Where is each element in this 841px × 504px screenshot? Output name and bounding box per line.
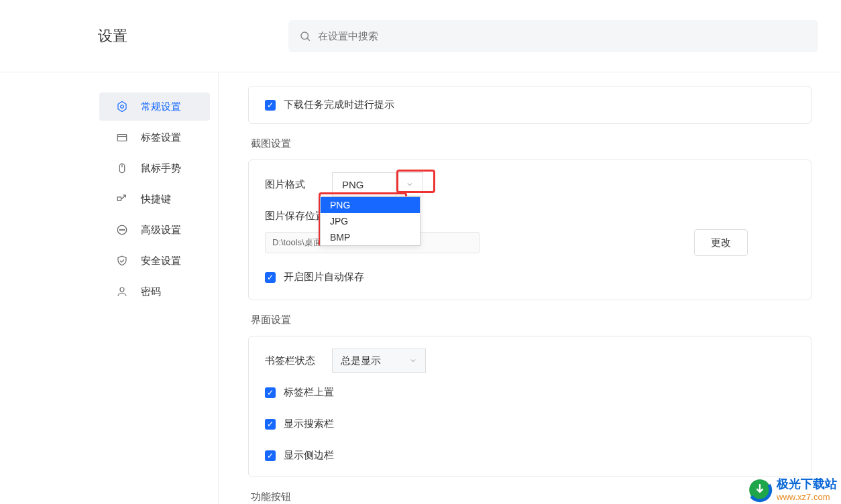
- format-dropdown-toggle[interactable]: [396, 172, 423, 196]
- format-option-bmp[interactable]: BMP: [321, 229, 420, 245]
- mouse-icon: [115, 162, 129, 175]
- check-icon: ✓: [267, 420, 274, 428]
- sidebar-item-label: 鼠标手势: [141, 162, 181, 175]
- bookmark-state-label: 书签栏状态: [265, 355, 332, 367]
- svg-point-13: [120, 288, 124, 292]
- header: 设置: [0, 0, 841, 72]
- svg-rect-4: [117, 135, 127, 141]
- watermark: 极光下载站 www.xz7.com: [747, 477, 837, 503]
- chevron-down-icon: [406, 180, 414, 188]
- svg-point-10: [119, 229, 121, 231]
- user-icon: [115, 285, 129, 298]
- checkbox-show-sidebar[interactable]: ✓: [265, 450, 276, 461]
- change-path-button[interactable]: 更改: [694, 229, 748, 256]
- auto-save-label: 开启图片自动保存: [284, 271, 364, 284]
- tab-icon: [115, 131, 129, 144]
- dots-icon: [115, 223, 129, 237]
- gear-icon: [115, 100, 129, 113]
- shortcut-icon: [115, 192, 129, 206]
- sidebar: 常规设置 标签设置 鼠标手势 快捷键 高级设置 安全设置 密码: [0, 72, 219, 504]
- function-section-title: 功能按钮: [251, 491, 811, 503]
- watermark-url: www.xz7.com: [777, 492, 837, 503]
- format-dropdown: PNG JPG BMP: [320, 196, 420, 246]
- show-sidebar-label: 显示侧边栏: [284, 449, 334, 462]
- screenshot-section-title: 截图设置: [251, 137, 811, 150]
- check-icon: ✓: [267, 389, 274, 397]
- sidebar-item-advanced[interactable]: 高级设置: [99, 216, 210, 244]
- sidebar-item-label: 高级设置: [141, 224, 181, 237]
- search-box[interactable]: [288, 20, 818, 52]
- svg-line-1: [307, 38, 309, 40]
- sidebar-item-tabs[interactable]: 标签设置: [99, 123, 210, 151]
- checkbox-auto-save[interactable]: ✓: [265, 272, 276, 283]
- chevron-down-icon: [409, 357, 417, 365]
- sidebar-item-label: 快捷键: [141, 193, 171, 206]
- svg-point-12: [123, 229, 125, 231]
- shield-icon: [115, 254, 129, 267]
- content-area: ✓ 下载任务完成时进行提示 截图设置 图片格式 PNG: [219, 72, 841, 504]
- sidebar-item-security[interactable]: 安全设置: [99, 247, 210, 275]
- interface-section-title: 界面设置: [251, 314, 811, 326]
- main: 常规设置 标签设置 鼠标手势 快捷键 高级设置 安全设置 密码: [0, 72, 841, 504]
- format-option-png[interactable]: PNG: [321, 197, 420, 213]
- tab-top-row[interactable]: ✓ 标签栏上置: [265, 386, 795, 399]
- svg-marker-2: [118, 102, 126, 112]
- svg-point-3: [121, 105, 124, 109]
- format-option-jpg[interactable]: JPG: [321, 213, 420, 229]
- check-icon: ✓: [267, 452, 274, 460]
- sidebar-item-mouse[interactable]: 鼠标手势: [99, 154, 210, 182]
- watermark-logo-icon: [747, 477, 773, 503]
- show-sidebar-row[interactable]: ✓ 显示侧边栏: [265, 449, 795, 462]
- interface-card: 书签栏状态 总是显示 ✓ 标签栏上置 ✓ 显示搜索栏 ✓ 显示侧边栏: [248, 336, 811, 477]
- tab-top-label: 标签栏上置: [284, 386, 334, 399]
- format-select[interactable]: PNG: [332, 172, 396, 196]
- watermark-brand: 极光下载站: [777, 477, 837, 492]
- page-title: 设置: [98, 26, 219, 46]
- show-search-row[interactable]: ✓ 显示搜索栏: [265, 418, 795, 430]
- bookmark-state-row: 书签栏状态 总是显示: [265, 349, 795, 373]
- svg-point-0: [301, 32, 309, 40]
- sidebar-item-label: 安全设置: [141, 255, 181, 267]
- svg-point-11: [121, 229, 123, 231]
- screenshot-card: 图片格式 PNG PNG JPG BMP: [248, 160, 811, 300]
- search-icon: [299, 30, 311, 42]
- bookmark-state-value: 总是显示: [341, 355, 381, 367]
- search-input[interactable]: [318, 30, 807, 42]
- auto-save-row[interactable]: ✓ 开启图片自动保存: [265, 271, 795, 284]
- sidebar-item-label: 标签设置: [141, 131, 181, 144]
- checkbox-tab-top[interactable]: ✓: [265, 387, 276, 398]
- format-label: 图片格式: [265, 178, 332, 191]
- format-select-wrap: PNG PNG JPG BMP: [332, 172, 423, 196]
- check-icon: ✓: [267, 273, 274, 281]
- sidebar-item-label: 常规设置: [141, 101, 181, 113]
- sidebar-item-general[interactable]: 常规设置: [99, 92, 210, 121]
- bookmark-state-select[interactable]: 总是显示: [332, 349, 426, 373]
- sidebar-item-label: 密码: [141, 286, 161, 298]
- show-search-label: 显示搜索栏: [284, 418, 334, 430]
- download-prompt-row[interactable]: ✓ 下载任务完成时进行提示: [265, 99, 795, 111]
- svg-rect-8: [117, 197, 121, 200]
- check-icon: ✓: [267, 101, 274, 109]
- sidebar-item-password[interactable]: 密码: [99, 277, 210, 306]
- sidebar-item-shortcut[interactable]: 快捷键: [99, 185, 210, 213]
- format-selected-value: PNG: [342, 179, 364, 190]
- checkbox-show-search[interactable]: ✓: [265, 419, 276, 430]
- download-prompt-label: 下载任务完成时进行提示: [284, 99, 394, 111]
- checkbox-download-prompt[interactable]: ✓: [265, 100, 276, 111]
- download-card: ✓ 下载任务完成时进行提示: [248, 86, 811, 124]
- format-row: 图片格式 PNG PNG JPG BMP: [265, 172, 795, 196]
